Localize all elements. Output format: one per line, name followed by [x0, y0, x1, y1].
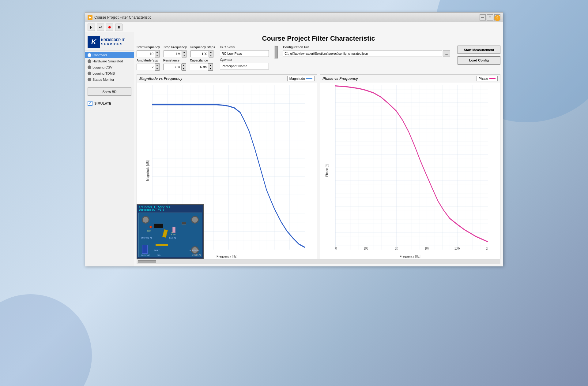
return-button[interactable]: ↩ [97, 24, 104, 31]
capacitance-label: Capacitance [190, 59, 213, 62]
freq-steps-input[interactable] [190, 50, 209, 57]
main-window: ▶ Course Project Filter Characteristic —… [85, 12, 503, 266]
start-freq-up[interactable]: ▲ [155, 50, 159, 54]
param-controls: Start Frequency ▲ ▼ Stop Frequency [137, 46, 215, 71]
pcb-label-led: LED [147, 230, 151, 232]
stop-freq-down[interactable]: ▼ [182, 54, 186, 57]
resistance-up[interactable]: ▲ [182, 64, 186, 67]
svg-text:100k: 100k [454, 246, 460, 250]
amplitude-down[interactable]: ▼ [155, 67, 159, 70]
pcb-serial: 3098571 [192, 254, 201, 256]
simulate-checkbox[interactable]: ✓ [88, 101, 92, 106]
check-mark-icon: ✓ [89, 101, 92, 106]
start-freq-down[interactable]: ▼ [155, 54, 159, 57]
help-icon[interactable]: ? [494, 15, 500, 21]
config-section: Configuration File ... [283, 46, 450, 57]
start-measurement-button[interactable]: Start Measurement [458, 46, 500, 54]
browse-button[interactable]: ... [443, 50, 450, 57]
nav-icon-hardware [88, 59, 91, 63]
sidebar: K KREISEDER IT SERVICES Controller Hardw… [85, 32, 134, 266]
magnitude-legend-line [306, 78, 312, 79]
config-path-input[interactable] [283, 50, 442, 57]
pcb-trace-1 [156, 244, 168, 246]
svg-text:1k: 1k [395, 246, 398, 250]
pcb-board-area: 3098571 SMU/DAQ-AO DAQ-AI SHORT SCOPE/DA… [138, 213, 202, 257]
pcb-connector-1 [142, 216, 149, 224]
dut-serial-input[interactable] [220, 50, 269, 57]
freq-steps-label: Frequency Steps [190, 46, 215, 49]
pcb-header-line1: Kreiseder IT Services Workshop DUT V2.0 [137, 205, 203, 213]
freq-steps-group: Frequency Steps ▲ ▼ [190, 46, 215, 58]
simulate-checkbox-group[interactable]: ✓ SIMULATE [88, 101, 131, 106]
horizontal-scrollbar[interactable] [137, 259, 500, 264]
pcb-label-fgen: FGEN/DAQ [141, 254, 150, 256]
phase-plot-container: Phase vs Frequency Phase [320, 74, 500, 259]
nav-icon-controller [88, 53, 91, 57]
nav-icon-csv [88, 65, 91, 69]
phase-legend-button[interactable]: Phase [477, 76, 498, 81]
capacitance-up[interactable]: ▲ [208, 64, 213, 67]
pcb-ic-1 [154, 224, 163, 228]
capacitance-input[interactable] [190, 64, 208, 70]
operator-input[interactable] [220, 63, 269, 69]
sidebar-item-status[interactable]: Status Monitor [85, 76, 134, 83]
pcb-led [149, 226, 152, 228]
minimize-button[interactable]: — [480, 14, 486, 20]
phase-legend-line [489, 78, 496, 79]
load-config-button[interactable]: Load Config [458, 56, 500, 65]
magnitude-plot-header: Magnitude vs Frequency Magnitude [137, 75, 317, 83]
resistance-input[interactable] [163, 64, 182, 70]
phase-chart-area: 0 -5 -10 -15 -20 -25 -30 -35 -40 -45 -50… [320, 83, 500, 259]
dut-serial-label: DUT Serial [220, 46, 269, 49]
window-title: Course Project Filter Characteristic [94, 15, 480, 20]
stop-freq-input[interactable] [164, 50, 182, 57]
pcb-label-gnd: GND [157, 254, 160, 256]
pcb-label-scope: SCOPE/DAQ [189, 249, 199, 251]
resistance-down[interactable]: ▼ [182, 67, 186, 70]
app-title: Course Project Filter Characteristic [137, 35, 500, 43]
phase-legend-label: Phase [479, 77, 488, 80]
operator-label: Operator [220, 58, 269, 61]
h-scrollbar-thumb [138, 260, 156, 263]
main-content: Course Project Filter Characteristic Sta… [134, 32, 503, 266]
start-freq-label: Start Frequency [137, 46, 160, 49]
logo-icon: K [88, 36, 100, 48]
sidebar-controls: Show BD ✓ SIMULATE [85, 83, 134, 111]
svg-text:10: 10 [335, 246, 337, 250]
phase-plot-title: Phase vs Frequency [322, 76, 358, 81]
sidebar-item-logging-csv[interactable]: Logging CSV [85, 64, 134, 70]
phase-x-label: Frequency [Hz] [400, 255, 420, 258]
pcb-resistor-1 [162, 229, 168, 238]
amplitude-input[interactable] [137, 64, 155, 70]
sidebar-item-logging-tdms[interactable]: Logging TDMS [85, 70, 134, 76]
pause-button[interactable]: ⏸ [115, 24, 123, 31]
stop-freq-group: Stop Frequency ▲ ▼ [164, 46, 187, 58]
pcb-content: Kreiseder IT Services Workshop DUT V2.0 [137, 205, 203, 258]
start-freq-input[interactable] [137, 50, 155, 57]
sidebar-item-hardware[interactable]: Hardware Simulated [85, 58, 134, 64]
pcb-label-short: SHORT [154, 249, 160, 251]
nav-icon-tdms [88, 72, 91, 75]
resistance-label: Resistance [163, 59, 186, 62]
show-bd-button[interactable]: Show BD [88, 87, 131, 96]
maximize-button[interactable]: □ [487, 14, 493, 20]
magnitude-legend-label: Magnitude [289, 77, 305, 80]
record-button[interactable]: ⏺ [106, 24, 113, 31]
pcb-label-smu: SMU/DAQ-AO [141, 237, 152, 239]
stop-freq-up[interactable]: ▲ [182, 50, 186, 54]
freq-steps-down[interactable]: ▼ [209, 54, 213, 57]
svg-rect-19 [335, 85, 488, 250]
pcb-component-1 [182, 222, 186, 225]
amplitude-up[interactable]: ▲ [155, 64, 159, 67]
simulate-label: SIMULATE [94, 102, 111, 105]
capacitance-down[interactable]: ▼ [208, 67, 213, 70]
stop-freq-label: Stop Frequency [164, 46, 187, 49]
sidebar-item-controller[interactable]: Controller [85, 52, 134, 58]
toolbar: ⏵ ↩ ⏺ ⏸ ? [85, 22, 503, 32]
magnitude-plot-title: Magnitude vs Frequency [139, 76, 183, 81]
run-button[interactable]: ⏵ [88, 24, 95, 31]
freq-steps-up[interactable]: ▲ [209, 50, 213, 54]
magnitude-legend-button[interactable]: Magnitude [287, 76, 315, 81]
magnitude-y-label: Magnitude [dB] [146, 160, 149, 181]
vertical-scrollbar[interactable] [274, 46, 278, 59]
